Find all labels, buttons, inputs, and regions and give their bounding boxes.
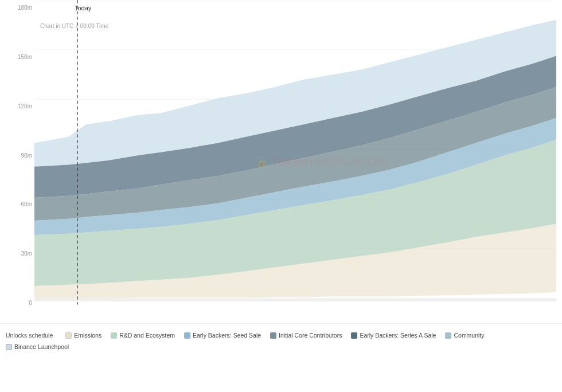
legend-row: Unlocks schedule Emissions R&D and Ecosy…: [6, 328, 556, 340]
svg-rect-7: [34, 299, 556, 301]
core-dot: [270, 332, 276, 339]
community-dot: [445, 332, 451, 339]
rnd-dot: [111, 332, 117, 339]
y-label-120: 120m: [2, 103, 32, 109]
rnd-label: R&D and Ecosystem: [119, 332, 175, 339]
y-label-30: 30m: [2, 250, 32, 257]
legend-item-series-a: Early Backers: Series A Sale: [351, 332, 436, 339]
y-label-90: 90m: [2, 152, 32, 159]
series-a-label: Early Backers: Series A Sale: [360, 332, 436, 339]
y-axis: 0 30m 60m 90m 120m 150m 180m: [0, 0, 34, 323]
y-label-180: 180m: [2, 5, 32, 11]
seed-dot: [184, 332, 190, 339]
legend-row-2: Binance Launchpool: [6, 340, 556, 351]
binance-dot: [6, 344, 12, 350]
community-label: Community: [454, 332, 484, 339]
binance-label: Binance Launchpool: [14, 343, 69, 350]
legend-item-emissions: Emissions: [65, 332, 102, 339]
legend-item-community: Community: [445, 332, 484, 339]
legend-title: Unlocks schedule: [6, 332, 53, 339]
main-chart-area: 🔒 TokenTokenUnlocks.: [34, 0, 556, 323]
legend-area: Unlocks schedule Emissions R&D and Ecosy…: [0, 323, 562, 392]
chart-container: 0 30m 60m 90m 120m 150m 180m Today Chart…: [0, 0, 562, 392]
y-label-60: 60m: [2, 201, 32, 207]
y-label-150: 150m: [2, 54, 32, 60]
y-label-0: 0: [2, 300, 32, 306]
series-a-dot: [351, 332, 357, 339]
emissions-label: Emissions: [74, 332, 102, 339]
legend-item-binance: Binance Launchpool: [6, 343, 69, 350]
core-label: Initial Core Contributors: [279, 332, 342, 339]
emissions-dot: [65, 332, 72, 339]
legend-item-seed: Early Backers: Seed Sale: [184, 332, 261, 339]
chart-svg: [34, 0, 556, 323]
seed-label: Early Backers: Seed Sale: [193, 332, 261, 339]
legend-item-core: Initial Core Contributors: [270, 332, 342, 339]
legend-item-rnd: R&D and Ecosystem: [111, 332, 175, 339]
